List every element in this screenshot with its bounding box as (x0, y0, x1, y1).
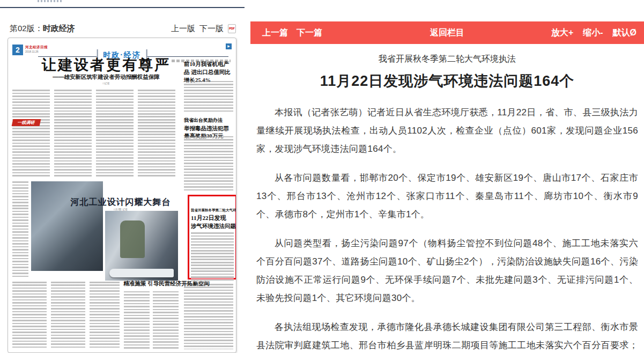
newsprint-column (12, 181, 28, 278)
edition-label: 第02版：时政经济 (10, 24, 75, 34)
newsprint-column (90, 282, 120, 349)
newsprint-column (51, 282, 85, 349)
photo-train-model-shape (109, 269, 174, 277)
newsprint-column (184, 81, 233, 113)
prev-article-button[interactable]: 上一篇 (262, 27, 288, 39)
toolbar-center-group: 返回栏目 (430, 27, 464, 39)
next-page-link[interactable]: 下一版 (199, 24, 224, 34)
newsprint-column (96, 90, 134, 177)
highlighted-article-kicker: 我省开展秋冬季第二轮大气环境执法 (191, 208, 234, 213)
edition-prefix: 第02版： (10, 24, 43, 33)
reset-zoom-button[interactable]: 默认Ø (613, 27, 636, 39)
right-headline-2-line1: 我省出台奖励办法 (184, 117, 233, 124)
toolbar-left-group: 上一篇 下一篇 (262, 27, 322, 39)
highlighted-article-title-line2: 涉气环境违法问题164个 (191, 223, 234, 230)
exhibition-photo (31, 181, 103, 271)
pdf-icon-text: PDF (229, 27, 235, 30)
article-paragraphs: 本报讯（记者张艺萌）记者近日从省生态环境厅获悉，11月22日，省、市、县三级执法… (256, 104, 638, 353)
corner-arrow-icon[interactable]: ▶ (226, 43, 232, 49)
back-to-section-button[interactable]: 返回栏目 (430, 28, 464, 37)
zoom-out-button[interactable]: 缩小- (583, 27, 603, 39)
zoom-in-button[interactable]: 放大+ (551, 27, 573, 39)
highlighted-article-title-line1: 11月22日发现 (191, 214, 234, 222)
edition-header: 第02版：时政经济 上一版 下一版 PDF (10, 24, 236, 34)
newsprint-column (12, 282, 47, 349)
article-body: 我省开展秋冬季第二轮大气环境执法 11月22日发现涉气环境违法问题164个 本报… (250, 44, 644, 353)
highlighted-article-box[interactable]: 我省开展秋冬季第二轮大气环境执法 11月22日发现 涉气环境违法问题164个 (188, 195, 236, 280)
headline-sub: ——雄安新区筑牢建设者劳动报酬权益保障 (34, 73, 179, 81)
article-paragraph: 从各市问题数量看，邯郸市20个、保定市19个、雄安新区19个、唐山市17个、石家… (256, 169, 638, 224)
newsprint-column (184, 136, 233, 191)
article-title: 11月22日发现涉气环境违法问题164个 (256, 71, 638, 91)
newsprint-column (184, 284, 233, 349)
newspaper-page-thumbnail[interactable]: 2 河北经济日报 2018.11.26 时政·经济 ▶ 让建设者更有尊严 ——雄… (8, 38, 236, 353)
reset-circle-icon: Ø (630, 28, 636, 38)
headline-main[interactable]: 让建设者更有尊严 (34, 55, 179, 75)
header-divider (0, 7, 245, 8)
pdf-icon[interactable]: PDF (228, 24, 236, 33)
newsprint-column (138, 90, 175, 177)
newsprint-column (12, 90, 50, 177)
prev-page-link[interactable]: 上一版 (171, 24, 195, 34)
reset-zoom-label: 默认 (613, 28, 630, 37)
article-paragraph: 本报讯（记者张艺萌）记者近日从省生态环境厅获悉，11月22日，省、市、县三级执法… (256, 104, 638, 158)
masthead-date: 2018.11.26 (25, 50, 39, 53)
newsprint-column (54, 90, 92, 177)
article-kicker: 我省开展秋冬季第二轮大气环境执法 (256, 54, 638, 65)
highlighted-article-bodytext (191, 232, 234, 282)
toolbar-right-group: 放大+ 缩小- 默认Ø (551, 27, 636, 39)
newsprint-column (124, 291, 150, 349)
page-number-badge: 2 (12, 45, 23, 55)
article-toolbar: 上一篇 下一篇 返回栏目 放大+ 缩小- 默认Ø (250, 21, 644, 44)
photo-person-shape (120, 220, 145, 258)
tag-badge: 一线调研 (12, 119, 41, 126)
article-paragraph: 从问题类型看，扬尘污染问题97个（物料扬尘管控不到位问题48个、施工工地未落实六… (256, 234, 638, 307)
newsprint-column (153, 291, 179, 349)
photo-headline[interactable]: 河北工业设计闪耀大舞台 (62, 197, 180, 208)
article-paragraph: 各执法组现场检查发现，承德市隆化县承德长城建设集团有限公司第三工程部、衡水市景县… (256, 318, 638, 353)
masthead-title: 河北经济日报 (25, 45, 48, 50)
edition-section: 时政经济 (43, 24, 75, 33)
photo-byline: □文/图 记者 (62, 208, 180, 211)
clipped-nav-artifact (38, 0, 62, 2)
vr-demo-photo (105, 211, 178, 281)
newspaper-page-inner: 2 河北经济日报 2018.11.26 时政·经济 ▶ 让建设者更有尊严 ——雄… (12, 42, 232, 352)
page-navigation: 上一版 下一版 PDF (171, 24, 236, 34)
article-panel: 上一篇 下一篇 返回栏目 放大+ 缩小- 默认Ø 我省开展秋冬季第二轮大气环境执… (250, 0, 644, 353)
next-article-button[interactable]: 下一篇 (297, 27, 322, 39)
headline-byline: □记者 (34, 82, 179, 85)
